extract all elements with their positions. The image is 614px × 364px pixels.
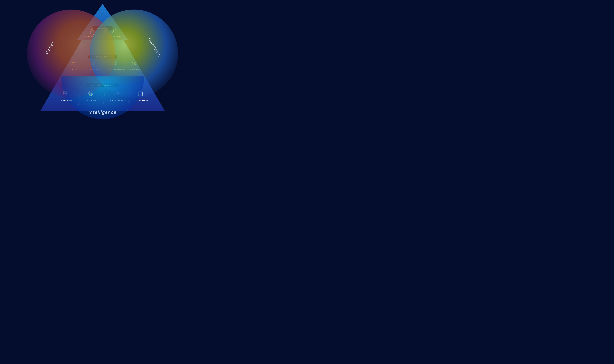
intelligence-label: Intelligence: [88, 110, 117, 115]
containers-label: CONTAINERS: [136, 100, 148, 101]
main-scene: Context Correlation: [39, 2, 167, 119]
